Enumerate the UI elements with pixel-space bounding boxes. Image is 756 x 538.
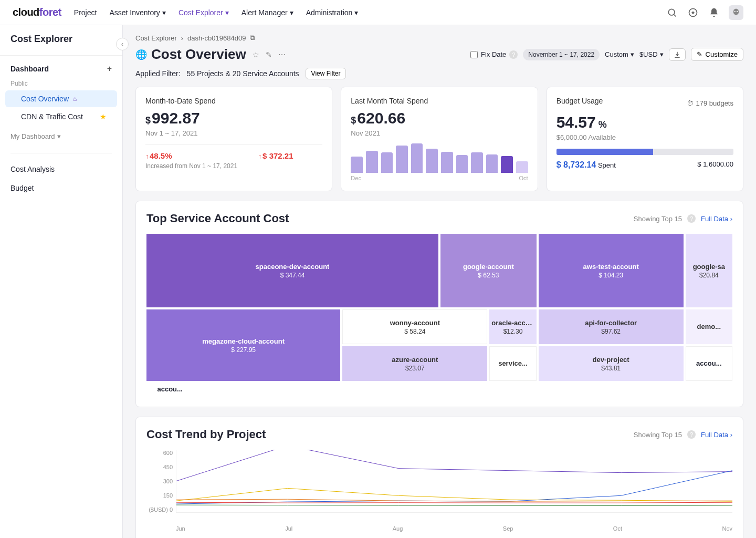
treemap-cell[interactable]: azure-account$23.07 (342, 346, 487, 381)
treemap-cell[interactable]: megazone-cloud-account$ 227.95 (146, 309, 340, 381)
help-icon[interactable]: ? (509, 50, 518, 59)
mini-bar (456, 155, 468, 173)
fix-date-toggle[interactable]: Fix Date ? (470, 50, 518, 59)
sidebar-item-cost-overview[interactable]: Cost Overview ⌂ (5, 90, 117, 107)
treemap-cell[interactable]: accou... (686, 346, 732, 381)
range-type-label: Custom (605, 50, 628, 58)
treemap-cell[interactable]: google-sa$20.84 (686, 234, 732, 307)
favorites-icon[interactable] (687, 6, 699, 19)
download-button[interactable] (669, 48, 686, 61)
currency-symbol: $ (145, 115, 151, 126)
edit-icon[interactable]: ✎ (266, 50, 272, 59)
mini-bar (471, 152, 483, 173)
treemap-cell-name: megazone-cloud-account (202, 337, 285, 345)
mini-bar (516, 161, 528, 173)
axis-end: Oct (519, 175, 528, 181)
x-axis: JunJulAugSepOctNov (176, 525, 732, 532)
page-title: 🌐 Cost Overview (135, 46, 246, 63)
compare-note: Increased from Nov 1 ~ 17, 2021 (145, 162, 237, 170)
customize-button[interactable]: ✎Customize (691, 48, 743, 61)
treemap-cell-name: api-for-collector (585, 319, 637, 327)
sidebar-item-label: My Dashboard (10, 132, 55, 140)
treemap-cell-name: google-account (463, 263, 514, 271)
panel-title: Cost Trend by Project (146, 428, 266, 441)
help-icon[interactable]: ? (687, 214, 696, 223)
sidebar-item-cdn-traffic[interactable]: CDN & Traffic Cost ★ (5, 108, 117, 125)
treemap-cell[interactable]: service... (489, 346, 536, 381)
sidebar-link-cost-analysis[interactable]: Cost Analysis (0, 160, 122, 179)
card-title: Month-to-Date Spend (145, 97, 322, 105)
bell-icon[interactable] (708, 6, 720, 19)
treemap-cell-value: $97.62 (601, 328, 621, 335)
logo[interactable]: cloudforet (13, 6, 61, 18)
card-last-month-spend: Last Month Total Spend $620.66 Nov 2021 … (341, 87, 538, 191)
more-icon[interactable]: ⋯ (278, 50, 286, 59)
breadcrumb-root[interactable]: Cost Explorer (135, 34, 177, 42)
budget-pct-value: 54.57 (556, 113, 596, 131)
treemap-cell[interactable]: oracle-account$12.30 (489, 309, 536, 344)
budget-numbers: $ 8,732.14 Spent $ 1,6000.00 (556, 160, 733, 170)
currency-select[interactable]: $USD ▾ (639, 50, 664, 58)
treemap-cell[interactable]: wonny-account$ 58.24 (342, 309, 487, 344)
mini-bar (381, 152, 393, 173)
range-type-select[interactable]: Custom ▾ (605, 50, 634, 58)
treemap-cell[interactable]: accou... (146, 383, 193, 396)
help-icon[interactable]: ? (687, 430, 696, 439)
page-title-text: Cost Overview (151, 46, 246, 63)
plot-area (176, 450, 732, 513)
chevron-down-icon: ▾ (57, 132, 61, 140)
budget-spent-value: 8,732.14 (563, 160, 596, 169)
mini-bar (366, 151, 378, 173)
divider (10, 153, 112, 153)
mini-bar (426, 149, 438, 173)
delta-pct-value: 48.5 (150, 151, 165, 160)
star-icon: ★ (100, 112, 107, 121)
full-data-link[interactable]: Full Data › (701, 431, 732, 439)
treemap-cell[interactable]: aws-test-account$ 104.23 (539, 234, 684, 307)
treemap-cell-name: spaceone-dev-account (256, 263, 330, 271)
budget-spent-label: Spent (598, 161, 616, 169)
date-range-text: Nov 2021 (351, 129, 528, 137)
avatar[interactable] (729, 5, 743, 20)
sidebar-my-dashboard[interactable]: My Dashboard ▾ (0, 126, 122, 147)
date-range-pill[interactable]: November 1 ~ 17, 2022 (523, 49, 600, 60)
amount-value: 992.87 (152, 109, 200, 127)
sidebar-title: Cost Explorer (0, 34, 122, 56)
star-icon[interactable]: ☆ (253, 50, 259, 59)
budget-count-badge: ⏱179 budgets (687, 99, 733, 107)
topbar-right (666, 5, 743, 20)
copy-icon[interactable]: ⧉ (250, 34, 255, 42)
search-icon[interactable] (666, 6, 678, 19)
treemap-cell[interactable]: api-for-collector$97.62 (539, 309, 684, 344)
svg-point-3 (733, 8, 739, 15)
date-range-text: Nov 1 ~ 17, 2021 (145, 129, 322, 137)
nav-project[interactable]: Project (74, 8, 97, 17)
breadcrumb: Cost Explorer › dash-cb019684d09 ⧉ (135, 34, 743, 42)
view-filter-button[interactable]: View Filter (306, 68, 346, 79)
nav-label: Asset Inventory (109, 8, 160, 17)
nav-cost-explorer[interactable]: Cost Explorer▾ (178, 8, 229, 17)
stopwatch-icon: ⏱ (687, 99, 694, 107)
fix-date-checkbox[interactable] (470, 51, 478, 58)
treemap-cell[interactable]: spaceone-dev-account$ 347.44 (146, 234, 438, 307)
nav-asset-inventory[interactable]: Asset Inventory▾ (109, 8, 166, 17)
treemap-cell[interactable]: demo... (686, 309, 732, 344)
panel-meta: Showing Top 15 ? Full Data › (634, 214, 732, 223)
sidebar-link-budget[interactable]: Budget (0, 179, 122, 198)
treemap-cell-value: $43.81 (601, 365, 621, 372)
nav-label: Alert Manager (242, 8, 288, 17)
full-data-link[interactable]: Full Data › (701, 215, 732, 223)
mini-bar-axis: Dec Oct (351, 175, 528, 181)
treemap-cell-value: $ 227.95 (231, 346, 256, 354)
treemap-cell-value: $ 62.53 (478, 272, 499, 279)
main: Cost Explorer › dash-cb019684d09 ⧉ 🌐 Cos… (123, 25, 756, 538)
treemap-cell[interactable]: google-account$ 62.53 (440, 234, 537, 307)
svg-point-4 (734, 11, 736, 12)
treemap-cell[interactable]: dev-project$43.81 (539, 346, 684, 381)
nav-administration[interactable]: Administration▾ (306, 8, 359, 17)
nav-label: Cost Explorer (178, 8, 223, 17)
breadcrumb-id: dash-cb019684d09 (187, 34, 246, 42)
add-dashboard-button[interactable]: + (107, 64, 112, 74)
logo-part-1: cloud (13, 6, 39, 18)
nav-alert-manager[interactable]: Alert Manager▾ (242, 8, 293, 17)
